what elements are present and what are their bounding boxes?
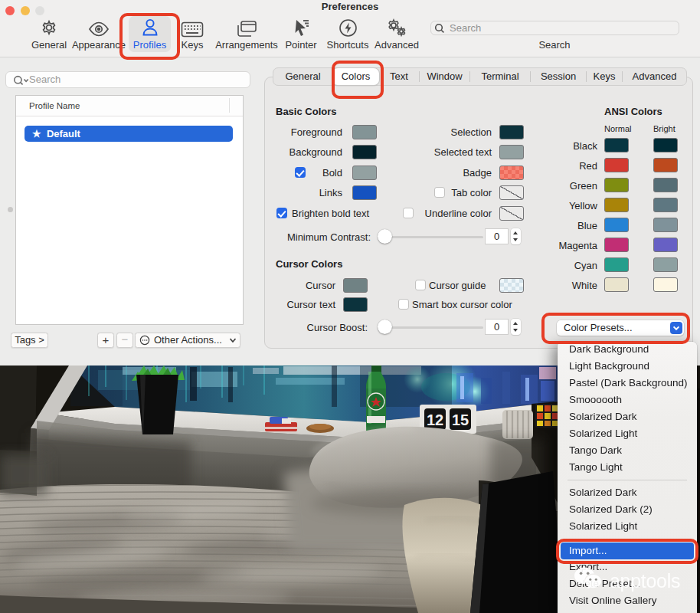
- svg-text:15: 15: [452, 411, 469, 428]
- svg-text:12: 12: [427, 411, 443, 428]
